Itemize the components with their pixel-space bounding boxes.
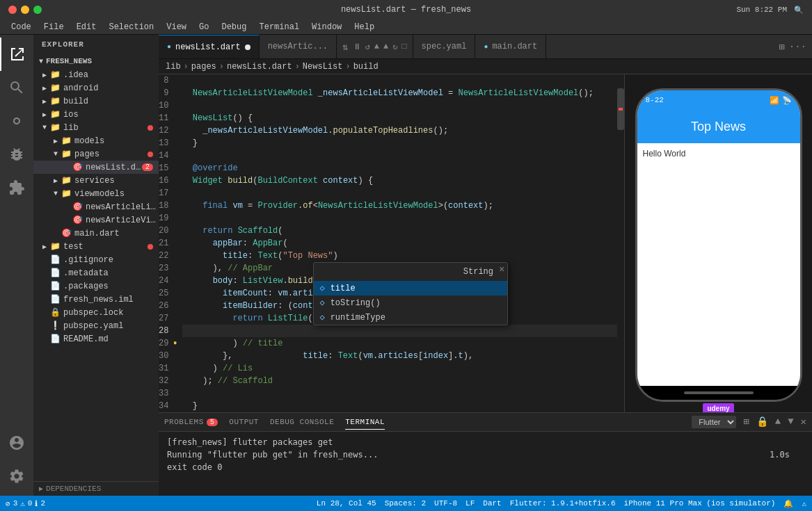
status-flutter[interactable]: Flutter: 1.9.1+hotfix.6 bbox=[510, 499, 616, 508]
status-language[interactable]: Dart bbox=[483, 499, 501, 508]
tree-item-packages[interactable]: ▶ 📄 .packages bbox=[33, 279, 159, 293]
breadcrumb-class[interactable]: NewsList bbox=[303, 62, 343, 72]
more-icon[interactable]: ··· bbox=[789, 41, 806, 52]
autocomplete-item-tostring[interactable]: ◇ toString() bbox=[314, 295, 507, 310]
menu-file[interactable]: File bbox=[38, 21, 70, 33]
panel-tab-debug[interactable]: DEBUG CONSOLE bbox=[270, 415, 334, 429]
window-title: newsList.dart — fresh_news bbox=[341, 5, 471, 15]
tree-item-readme[interactable]: ▶ 📄 README.md bbox=[33, 332, 159, 346]
dependencies-section[interactable]: ▶ DEPENDENCIES bbox=[33, 481, 159, 496]
autocomplete-property-icon2: ◇ bbox=[319, 312, 324, 323]
tree-item-main[interactable]: ▶ 🎯 main.dart bbox=[33, 227, 159, 240]
panel-tab-problems[interactable]: PROBLEMS5 bbox=[164, 415, 218, 429]
stop-icon[interactable]: ▲ bbox=[374, 42, 379, 51]
panel-up-icon[interactable]: ▲ bbox=[775, 416, 781, 428]
code-content[interactable]: NewsArticleListViewModel _newsArticleLis… bbox=[174, 74, 617, 412]
autocomplete-item-label-tostring: toString() bbox=[331, 298, 381, 308]
tree-item-iml[interactable]: ▶ 📄 fresh_news.iml bbox=[33, 293, 159, 306]
tree-item-metadata[interactable]: ▶ 📄 .metadata bbox=[33, 266, 159, 279]
breadcrumb-file[interactable]: newsList.dart bbox=[227, 62, 292, 72]
status-bell-icon[interactable]: 🔔 bbox=[783, 499, 793, 508]
panel-tab-terminal[interactable]: TERMINAL bbox=[345, 415, 385, 430]
menu-code[interactable]: Code bbox=[6, 21, 37, 33]
source-control-icon[interactable] bbox=[0, 104, 33, 138]
panel-down-icon[interactable]: ▼ bbox=[788, 416, 793, 428]
menu-terminal[interactable]: Terminal bbox=[253, 21, 305, 33]
menu-debug[interactable]: Debug bbox=[216, 21, 252, 33]
menu-go[interactable]: Go bbox=[193, 21, 214, 33]
restart-icon[interactable]: ↺ bbox=[365, 42, 370, 52]
autocomplete-close-button[interactable]: × bbox=[499, 264, 504, 279]
status-eol[interactable]: LF bbox=[465, 499, 475, 508]
status-device[interactable]: iPhone 11 Pro Max (ios simulator) bbox=[624, 499, 776, 508]
code-line-34: } bbox=[182, 400, 617, 412]
tab-newsarticle[interactable]: newsArtic... bbox=[260, 35, 337, 58]
tree-item-newslist[interactable]: ▶ 🎯 newsList.dart 2 bbox=[33, 161, 159, 174]
error-marker bbox=[619, 108, 623, 111]
menu-selection[interactable]: Selection bbox=[103, 21, 159, 33]
tree-item-viewmodels[interactable]: ▼ 📁 viewmodels bbox=[33, 187, 159, 200]
breadcrumb-sep4: › bbox=[345, 62, 350, 72]
line-num-33: 33 bbox=[159, 387, 174, 400]
extensions-icon[interactable] bbox=[0, 171, 33, 204]
tree-item-gitignore[interactable]: ▶ 📄 .gitignore bbox=[33, 253, 159, 266]
status-warning-icon[interactable]: ⚠ bbox=[802, 499, 806, 508]
debug-icon[interactable] bbox=[0, 138, 33, 171]
panel-split-icon[interactable]: ⊞ bbox=[743, 416, 749, 428]
menu-window[interactable]: Window bbox=[306, 21, 347, 33]
menu-edit[interactable]: Edit bbox=[71, 21, 102, 33]
up-icon[interactable]: ▲ bbox=[383, 42, 388, 51]
autocomplete-item-title[interactable]: ◇ title bbox=[314, 281, 507, 295]
status-position[interactable]: Ln 28, Col 45 bbox=[317, 499, 376, 508]
tree-item-pages[interactable]: ▼ 📁 pages bbox=[33, 147, 159, 161]
tree-item-idea[interactable]: ▶ 📁 .idea bbox=[33, 68, 159, 81]
project-name[interactable]: ▼ FRESH_NEWS bbox=[33, 54, 159, 68]
status-spaces[interactable]: Spaces: 2 bbox=[385, 499, 426, 508]
tab-newslist[interactable]: ● newsList.dart bbox=[159, 35, 260, 58]
tree-item-ios[interactable]: ▶ 📁 ios bbox=[33, 108, 159, 121]
tree-item-models[interactable]: ▶ 📁 models bbox=[33, 134, 159, 147]
tree-item-newsarticlelist[interactable]: ▶ 🎯 newsArticleListVie... bbox=[33, 200, 159, 213]
tree-item-lib[interactable]: ▼ 📁 lib bbox=[33, 121, 159, 134]
maximize-button[interactable] bbox=[33, 6, 42, 14]
account-icon[interactable] bbox=[0, 426, 33, 460]
split-icon[interactable]: ⇅ bbox=[342, 41, 348, 53]
split-editor-icon[interactable]: ⊞ bbox=[779, 41, 784, 53]
status-errors[interactable]: ⊘ 3 ⚠ 0 ℹ 2 bbox=[6, 499, 45, 508]
tab-specyaml[interactable]: spec.yaml bbox=[413, 35, 476, 58]
reload-icon[interactable]: ↻ bbox=[392, 42, 397, 52]
panel-close-icon[interactable]: ✕ bbox=[801, 416, 806, 428]
tab-maindart[interactable]: ● main.dart bbox=[475, 35, 546, 58]
panel-lock-icon[interactable]: 🔒 bbox=[756, 416, 768, 428]
autocomplete-item-runtimetype[interactable]: ◇ runtimeType bbox=[314, 310, 507, 325]
search-icon[interactable] bbox=[0, 71, 33, 104]
status-encoding[interactable]: UTF-8 bbox=[434, 499, 457, 508]
tree-item-services[interactable]: ▶ 📁 services bbox=[33, 174, 159, 187]
tree-item-build[interactable]: ▶ 📁 build bbox=[33, 95, 159, 108]
close-button[interactable] bbox=[8, 6, 17, 14]
settings-icon[interactable] bbox=[0, 460, 33, 493]
pause-icon[interactable]: ⏸ bbox=[353, 42, 361, 52]
breadcrumb-pages[interactable]: pages bbox=[191, 62, 216, 72]
breadcrumb-lib[interactable]: lib bbox=[166, 62, 181, 72]
menu-help[interactable]: Help bbox=[349, 21, 380, 33]
tab-dart-icon: ● bbox=[167, 43, 171, 51]
code-editor[interactable]: 8 9 10 11 12 13 14 15 16 17 18 19 20 21 … bbox=[159, 74, 624, 412]
explorer-icon[interactable] bbox=[0, 38, 33, 71]
breadcrumb-method[interactable]: build bbox=[353, 62, 379, 72]
camera-icon[interactable]: □ bbox=[401, 42, 406, 51]
tree-item-test[interactable]: ▶ 📁 test bbox=[33, 240, 159, 253]
autocomplete-popup[interactable]: String × ◇ title ◇ toString() ◇ bbox=[313, 262, 508, 325]
search-icon[interactable]: 🔍 bbox=[794, 6, 804, 15]
tree-item-pubspeclock[interactable]: ▶ 🔒 pubspec.lock bbox=[33, 306, 159, 319]
code-line-32: ); // Scaffold bbox=[182, 375, 617, 387]
editor-scrollbar[interactable] bbox=[617, 74, 624, 412]
minimize-button[interactable] bbox=[21, 6, 29, 14]
menu-view[interactable]: View bbox=[161, 21, 192, 33]
tree-item-newsarticleview[interactable]: ▶ 🎯 newsArticleViewMo... bbox=[33, 213, 159, 227]
tree-arrow: ▶ bbox=[39, 243, 50, 251]
tree-item-pubspecyaml[interactable]: ▶ ❕ pubspec.yaml bbox=[33, 319, 159, 332]
panel-tab-output[interactable]: OUTPUT bbox=[229, 415, 259, 429]
flutter-select[interactable]: Flutter bbox=[692, 416, 736, 428]
tree-item-android[interactable]: ▶ 📁 android bbox=[33, 81, 159, 95]
